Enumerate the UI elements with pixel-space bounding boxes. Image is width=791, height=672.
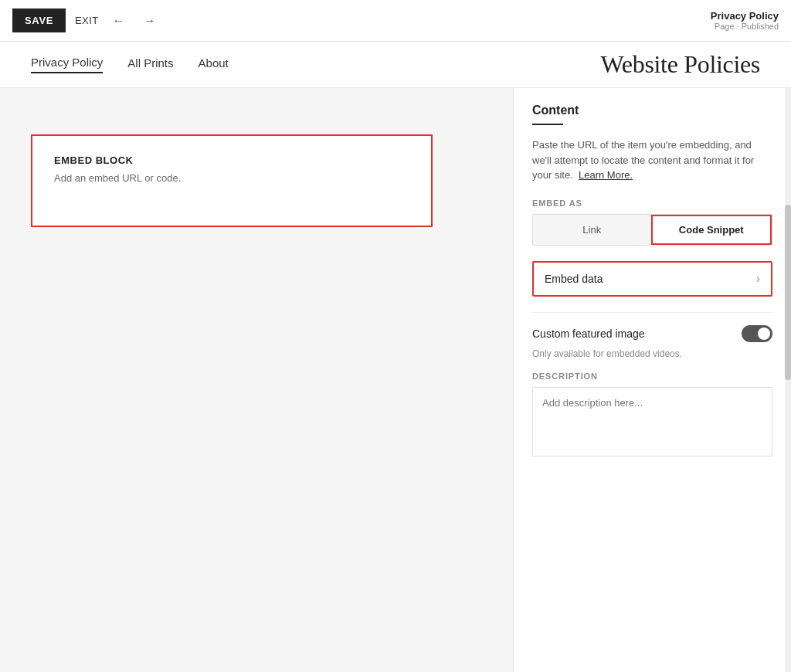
description-textarea[interactable]	[532, 387, 772, 456]
embed-block-title: EMBED BLOCK	[54, 154, 409, 166]
embed-as-code-snippet-button[interactable]: Code Snippet	[651, 215, 772, 245]
panel-header-title: Content	[532, 104, 772, 117]
nav-link-privacy-policy[interactable]: Privacy Policy	[31, 56, 103, 73]
panel-scrollbar[interactable]	[785, 88, 791, 672]
nav-link-about[interactable]: About	[199, 56, 229, 73]
learn-more-link[interactable]: Learn More.	[579, 169, 633, 181]
undo-button[interactable]: ←	[108, 11, 130, 31]
nav-links: Privacy Policy All Prints About	[31, 56, 229, 73]
toolbar-page-title: Privacy Policy	[711, 10, 779, 22]
panel-description-text: Paste the URL of the item you're embeddi…	[532, 139, 754, 181]
custom-image-toggle[interactable]	[742, 325, 772, 342]
embed-data-row[interactable]: Embed data ›	[532, 261, 772, 297]
custom-image-note: Only available for embedded videos.	[532, 348, 772, 359]
save-button[interactable]: SAVE	[12, 8, 66, 32]
exit-button[interactable]: EXIT	[75, 15, 98, 26]
toolbar-page-status: Page · Published	[711, 22, 779, 31]
embed-data-label: Embed data	[545, 273, 603, 285]
embed-as-link-button[interactable]: Link	[533, 215, 651, 245]
embed-block-subtitle: Add an embed URL or code.	[54, 172, 409, 184]
toolbar: SAVE EXIT ← → Privacy Policy Page · Publ…	[0, 0, 791, 42]
embed-as-label: EMBED AS	[532, 199, 772, 208]
main-layout: EMBED BLOCK Add an embed URL or code. Co…	[0, 88, 791, 672]
redo-button[interactable]: →	[139, 11, 161, 31]
content-area: EMBED BLOCK Add an embed URL or code.	[0, 88, 513, 672]
nav-link-all-prints[interactable]: All Prints	[127, 56, 173, 73]
toolbar-page-info: Privacy Policy Page · Published	[711, 10, 779, 31]
chevron-right-icon: ›	[756, 272, 760, 286]
panel-body: Paste the URL of the item you're embeddi…	[514, 125, 791, 672]
panel-description: Paste the URL of the item you're embeddi…	[532, 137, 772, 183]
description-label: DESCRIPTION	[532, 372, 772, 381]
undo-icon: ←	[113, 14, 125, 28]
panel-scrollbar-thumb	[785, 205, 791, 380]
site-title: Website Policies	[601, 50, 761, 79]
panel-header: Content	[514, 88, 791, 125]
nav-bar: Privacy Policy All Prints About Website …	[0, 42, 791, 88]
embed-as-toggle: Link Code Snippet	[532, 214, 772, 246]
panel-section-divider	[532, 312, 772, 313]
right-panel: Content Paste the URL of the item you're…	[513, 88, 791, 672]
embed-block[interactable]: EMBED BLOCK Add an embed URL or code.	[31, 134, 433, 227]
redo-icon: →	[144, 14, 156, 28]
custom-image-label: Custom featured image	[532, 328, 645, 340]
custom-image-row: Custom featured image	[532, 325, 772, 342]
